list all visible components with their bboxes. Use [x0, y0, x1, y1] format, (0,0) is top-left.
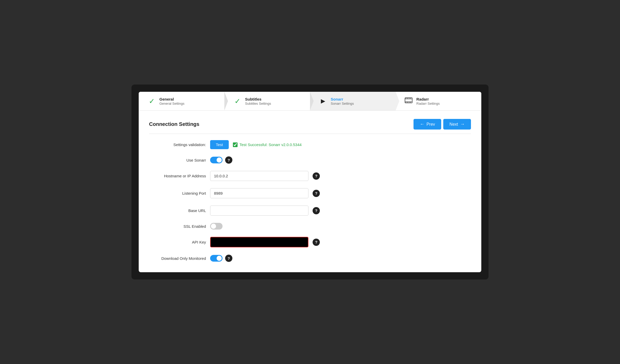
- listening-port-input[interactable]: [210, 188, 308, 198]
- outer-frame: ✓ General General Settings ✓ Subtitles S…: [131, 85, 489, 279]
- listening-port-row: Listening Port ?: [149, 188, 471, 198]
- test-success-indicator: Test Successful: Sonarr v2.0.0.5344: [233, 142, 302, 147]
- check-icon-2: ✓: [234, 97, 240, 105]
- base-url-help-icon[interactable]: ?: [313, 207, 320, 214]
- section-title: Connection Settings: [149, 121, 199, 127]
- step-radarr-title: Radarr: [416, 97, 440, 102]
- svg-rect-8: [407, 102, 408, 103]
- ssl-enabled-row: SSL Enabled: [149, 223, 471, 230]
- ssl-enabled-toggle[interactable]: [210, 223, 223, 230]
- play-icon: ▶: [321, 98, 325, 104]
- svg-rect-1: [405, 99, 412, 99]
- download-only-monitored-toggle-wrap: ?: [210, 255, 232, 262]
- step-general-subtitle: General Settings: [159, 102, 184, 105]
- step-subtitles-title: Subtitles: [245, 97, 271, 102]
- hostname-help-icon[interactable]: ?: [313, 172, 320, 180]
- svg-rect-10: [410, 102, 411, 103]
- use-sonarr-toggle[interactable]: [210, 157, 223, 163]
- prev-button[interactable]: ← Prev: [414, 119, 441, 130]
- api-key-row: API Key ?: [149, 237, 471, 247]
- base-url-row: Base URL ?: [149, 206, 471, 216]
- api-key-input[interactable]: [210, 237, 308, 247]
- wizard-steps: ✓ General General Settings ✓ Subtitles S…: [139, 92, 481, 111]
- listening-port-help-icon[interactable]: ?: [313, 190, 320, 197]
- base-url-control: [210, 206, 308, 216]
- svg-rect-6: [410, 98, 411, 99]
- svg-rect-2: [405, 102, 412, 102]
- step-radarr-icon: [404, 96, 413, 106]
- download-only-monitored-row: Download Only Monitored ?: [149, 255, 471, 262]
- prev-label: Prev: [426, 122, 435, 127]
- test-button[interactable]: Test: [210, 140, 229, 149]
- api-key-help-icon[interactable]: ?: [313, 239, 320, 246]
- svg-rect-9: [409, 102, 409, 103]
- use-sonarr-row: Use Sonarr ?: [149, 156, 471, 164]
- form-rows: Settings validation: Test Test Successfu…: [149, 140, 471, 262]
- step-subtitles-subtitle: Subtitles Settings: [245, 102, 271, 105]
- test-success-checkbox[interactable]: [233, 142, 238, 147]
- main-card: ✓ General General Settings ✓ Subtitles S…: [139, 92, 481, 272]
- svg-rect-7: [406, 102, 406, 103]
- nav-buttons: ← Prev Next →: [414, 119, 471, 130]
- content-header: Connection Settings ← Prev Next →: [149, 119, 471, 134]
- svg-rect-4: [407, 98, 408, 99]
- step-subtitles-icon: ✓: [233, 96, 242, 106]
- step-sonarr-title: Sonarr: [331, 97, 354, 102]
- step-sonarr-text: Sonarr Sonarr Settings: [331, 97, 354, 105]
- use-sonarr-label: Use Sonarr: [149, 158, 206, 162]
- next-button[interactable]: Next →: [443, 119, 471, 130]
- step-sonarr[interactable]: ▶ Sonarr Sonarr Settings: [310, 92, 396, 110]
- ssl-enabled-label: SSL Enabled: [149, 224, 206, 229]
- step-general[interactable]: ✓ General General Settings: [139, 92, 224, 110]
- listening-port-label: Listening Port: [149, 191, 206, 195]
- api-key-control: [210, 237, 308, 247]
- step-general-title: General: [159, 97, 184, 102]
- download-only-monitored-label: Download Only Monitored: [149, 256, 206, 261]
- step-subtitles-text: Subtitles Subtitles Settings: [245, 97, 271, 105]
- settings-validation-label: Settings validation:: [149, 142, 206, 147]
- settings-validation-row: Settings validation: Test Test Successfu…: [149, 140, 471, 149]
- download-only-monitored-help-icon[interactable]: ?: [225, 255, 232, 262]
- check-icon: ✓: [149, 97, 155, 105]
- step-radarr-subtitle: Radarr Settings: [416, 102, 440, 105]
- base-url-input[interactable]: [210, 206, 308, 216]
- hostname-label: Hostname or IP Address: [149, 174, 206, 178]
- step-radarr-text: Radarr Radarr Settings: [416, 97, 440, 105]
- step-general-icon: ✓: [147, 96, 156, 106]
- svg-rect-5: [409, 98, 409, 99]
- step-subtitles[interactable]: ✓ Subtitles Subtitles Settings: [224, 92, 310, 110]
- use-sonarr-toggle-wrap: ?: [210, 156, 232, 164]
- api-key-label: API Key: [149, 240, 206, 244]
- ssl-enabled-toggle-wrap: [210, 223, 223, 230]
- content-area: Connection Settings ← Prev Next → Settin…: [139, 111, 481, 272]
- hostname-control: [210, 171, 308, 181]
- svg-rect-3: [406, 98, 406, 99]
- step-general-text: General General Settings: [159, 97, 184, 105]
- download-only-monitored-toggle[interactable]: [210, 255, 223, 262]
- arrow-left-icon: ←: [420, 122, 424, 127]
- base-url-label: Base URL: [149, 208, 206, 213]
- step-sonarr-subtitle: Sonarr Settings: [331, 102, 354, 105]
- hostname-row: Hostname or IP Address ?: [149, 171, 471, 181]
- test-row: Test Test Successful: Sonarr v2.0.0.5344: [210, 140, 302, 149]
- test-success-text: Test Successful: Sonarr v2.0.0.5344: [240, 142, 302, 147]
- step-radarr[interactable]: Radarr Radarr Settings: [396, 92, 481, 110]
- use-sonarr-help-icon[interactable]: ?: [225, 156, 232, 164]
- hostname-input[interactable]: [210, 171, 308, 181]
- listening-port-control: [210, 188, 308, 198]
- next-label: Next: [449, 122, 458, 127]
- film-icon: [405, 97, 412, 105]
- arrow-right-icon: →: [460, 122, 465, 127]
- step-sonarr-icon: ▶: [318, 96, 328, 106]
